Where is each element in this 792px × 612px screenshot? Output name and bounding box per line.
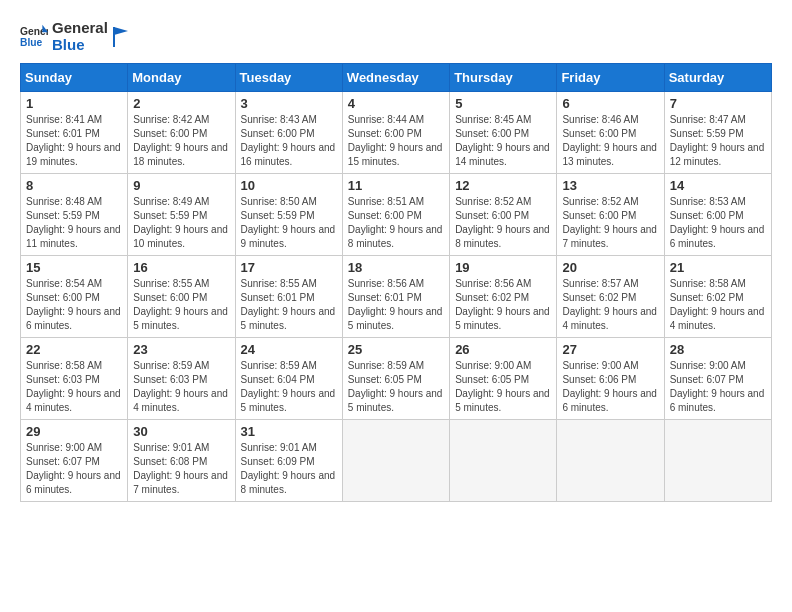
day-number: 23 [133, 342, 229, 357]
day-number: 25 [348, 342, 444, 357]
day-info: Sunrise: 8:58 AMSunset: 6:02 PMDaylight:… [670, 278, 765, 331]
day-info: Sunrise: 8:42 AMSunset: 6:00 PMDaylight:… [133, 114, 228, 167]
day-info: Sunrise: 8:45 AMSunset: 6:00 PMDaylight:… [455, 114, 550, 167]
day-number: 5 [455, 96, 551, 111]
calendar-cell: 26 Sunrise: 9:00 AMSunset: 6:05 PMDaylig… [450, 338, 557, 420]
calendar-cell [342, 420, 449, 502]
calendar-cell: 30 Sunrise: 9:01 AMSunset: 6:08 PMDaylig… [128, 420, 235, 502]
calendar-cell: 13 Sunrise: 8:52 AMSunset: 6:00 PMDaylig… [557, 174, 664, 256]
calendar-cell: 25 Sunrise: 8:59 AMSunset: 6:05 PMDaylig… [342, 338, 449, 420]
day-info: Sunrise: 8:55 AMSunset: 6:00 PMDaylight:… [133, 278, 228, 331]
calendar-cell: 24 Sunrise: 8:59 AMSunset: 6:04 PMDaylig… [235, 338, 342, 420]
day-number: 13 [562, 178, 658, 193]
calendar-cell: 7 Sunrise: 8:47 AMSunset: 5:59 PMDayligh… [664, 92, 771, 174]
day-number: 16 [133, 260, 229, 275]
day-info: Sunrise: 8:44 AMSunset: 6:00 PMDaylight:… [348, 114, 443, 167]
day-number: 20 [562, 260, 658, 275]
day-info: Sunrise: 8:43 AMSunset: 6:00 PMDaylight:… [241, 114, 336, 167]
calendar-cell: 9 Sunrise: 8:49 AMSunset: 5:59 PMDayligh… [128, 174, 235, 256]
day-info: Sunrise: 8:59 AMSunset: 6:04 PMDaylight:… [241, 360, 336, 413]
calendar-week-4: 22 Sunrise: 8:58 AMSunset: 6:03 PMDaylig… [21, 338, 772, 420]
day-number: 22 [26, 342, 122, 357]
calendar-cell: 8 Sunrise: 8:48 AMSunset: 5:59 PMDayligh… [21, 174, 128, 256]
day-number: 21 [670, 260, 766, 275]
calendar-cell [664, 420, 771, 502]
day-number: 24 [241, 342, 337, 357]
weekday-header-thursday: Thursday [450, 64, 557, 92]
day-number: 14 [670, 178, 766, 193]
calendar-cell: 16 Sunrise: 8:55 AMSunset: 6:00 PMDaylig… [128, 256, 235, 338]
day-number: 7 [670, 96, 766, 111]
calendar-cell: 31 Sunrise: 9:01 AMSunset: 6:09 PMDaylig… [235, 420, 342, 502]
calendar-cell [450, 420, 557, 502]
day-number: 19 [455, 260, 551, 275]
day-number: 1 [26, 96, 122, 111]
day-info: Sunrise: 8:58 AMSunset: 6:03 PMDaylight:… [26, 360, 121, 413]
logo-general-text: General [52, 20, 108, 37]
day-info: Sunrise: 8:48 AMSunset: 5:59 PMDaylight:… [26, 196, 121, 249]
calendar-cell: 1 Sunrise: 8:41 AMSunset: 6:01 PMDayligh… [21, 92, 128, 174]
logo-blue-text: Blue [52, 37, 108, 54]
calendar-cell: 3 Sunrise: 8:43 AMSunset: 6:00 PMDayligh… [235, 92, 342, 174]
calendar-cell: 19 Sunrise: 8:56 AMSunset: 6:02 PMDaylig… [450, 256, 557, 338]
day-info: Sunrise: 8:56 AMSunset: 6:02 PMDaylight:… [455, 278, 550, 331]
weekday-header-tuesday: Tuesday [235, 64, 342, 92]
day-info: Sunrise: 8:46 AMSunset: 6:00 PMDaylight:… [562, 114, 657, 167]
day-info: Sunrise: 8:52 AMSunset: 6:00 PMDaylight:… [455, 196, 550, 249]
day-info: Sunrise: 8:55 AMSunset: 6:01 PMDaylight:… [241, 278, 336, 331]
day-number: 15 [26, 260, 122, 275]
calendar-cell: 2 Sunrise: 8:42 AMSunset: 6:00 PMDayligh… [128, 92, 235, 174]
calendar-week-1: 1 Sunrise: 8:41 AMSunset: 6:01 PMDayligh… [21, 92, 772, 174]
calendar-cell: 23 Sunrise: 8:59 AMSunset: 6:03 PMDaylig… [128, 338, 235, 420]
weekday-header-monday: Monday [128, 64, 235, 92]
day-number: 26 [455, 342, 551, 357]
calendar-cell: 14 Sunrise: 8:53 AMSunset: 6:00 PMDaylig… [664, 174, 771, 256]
day-info: Sunrise: 8:50 AMSunset: 5:59 PMDaylight:… [241, 196, 336, 249]
day-info: Sunrise: 8:51 AMSunset: 6:00 PMDaylight:… [348, 196, 443, 249]
day-number: 2 [133, 96, 229, 111]
calendar-cell: 28 Sunrise: 9:00 AMSunset: 6:07 PMDaylig… [664, 338, 771, 420]
logo: General Blue General Blue [20, 20, 130, 53]
day-info: Sunrise: 9:01 AMSunset: 6:08 PMDaylight:… [133, 442, 228, 495]
day-info: Sunrise: 9:00 AMSunset: 6:07 PMDaylight:… [670, 360, 765, 413]
day-number: 6 [562, 96, 658, 111]
calendar-cell: 6 Sunrise: 8:46 AMSunset: 6:00 PMDayligh… [557, 92, 664, 174]
day-number: 30 [133, 424, 229, 439]
day-number: 8 [26, 178, 122, 193]
calendar-cell: 18 Sunrise: 8:56 AMSunset: 6:01 PMDaylig… [342, 256, 449, 338]
day-number: 29 [26, 424, 122, 439]
logo-icon: General Blue [20, 23, 48, 51]
day-number: 11 [348, 178, 444, 193]
day-number: 18 [348, 260, 444, 275]
day-info: Sunrise: 8:47 AMSunset: 5:59 PMDaylight:… [670, 114, 765, 167]
day-number: 9 [133, 178, 229, 193]
svg-text:Blue: Blue [20, 37, 43, 48]
header: General Blue General Blue [20, 20, 772, 53]
day-number: 4 [348, 96, 444, 111]
day-number: 12 [455, 178, 551, 193]
day-number: 17 [241, 260, 337, 275]
logo-flag-icon [112, 27, 130, 47]
weekday-header-friday: Friday [557, 64, 664, 92]
day-info: Sunrise: 9:00 AMSunset: 6:05 PMDaylight:… [455, 360, 550, 413]
day-info: Sunrise: 8:57 AMSunset: 6:02 PMDaylight:… [562, 278, 657, 331]
calendar-cell: 11 Sunrise: 8:51 AMSunset: 6:00 PMDaylig… [342, 174, 449, 256]
day-number: 27 [562, 342, 658, 357]
day-number: 10 [241, 178, 337, 193]
day-info: Sunrise: 8:52 AMSunset: 6:00 PMDaylight:… [562, 196, 657, 249]
day-info: Sunrise: 8:54 AMSunset: 6:00 PMDaylight:… [26, 278, 121, 331]
day-info: Sunrise: 9:00 AMSunset: 6:07 PMDaylight:… [26, 442, 121, 495]
day-info: Sunrise: 8:59 AMSunset: 6:05 PMDaylight:… [348, 360, 443, 413]
calendar-cell: 10 Sunrise: 8:50 AMSunset: 5:59 PMDaylig… [235, 174, 342, 256]
weekday-header-saturday: Saturday [664, 64, 771, 92]
calendar-table: SundayMondayTuesdayWednesdayThursdayFrid… [20, 63, 772, 502]
weekday-header-wednesday: Wednesday [342, 64, 449, 92]
calendar-cell: 5 Sunrise: 8:45 AMSunset: 6:00 PMDayligh… [450, 92, 557, 174]
day-number: 31 [241, 424, 337, 439]
day-info: Sunrise: 8:41 AMSunset: 6:01 PMDaylight:… [26, 114, 121, 167]
weekday-header-sunday: Sunday [21, 64, 128, 92]
day-info: Sunrise: 9:00 AMSunset: 6:06 PMDaylight:… [562, 360, 657, 413]
day-info: Sunrise: 8:53 AMSunset: 6:00 PMDaylight:… [670, 196, 765, 249]
day-info: Sunrise: 9:01 AMSunset: 6:09 PMDaylight:… [241, 442, 336, 495]
day-info: Sunrise: 8:49 AMSunset: 5:59 PMDaylight:… [133, 196, 228, 249]
